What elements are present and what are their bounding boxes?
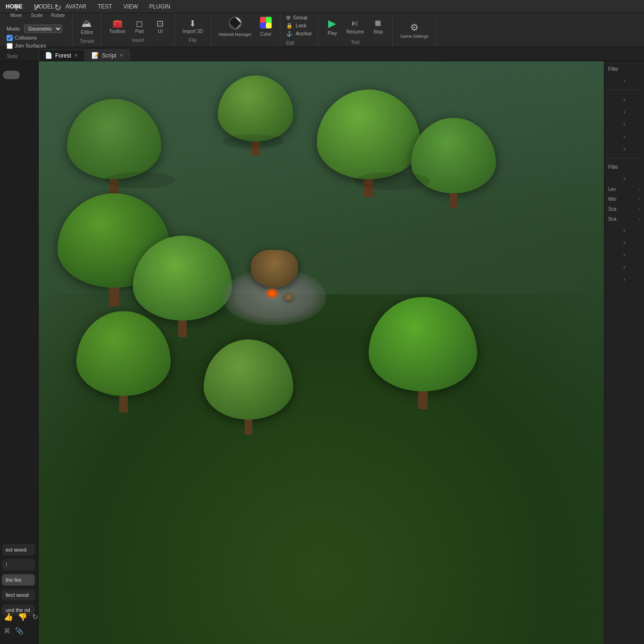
move-icon: ✛ [13,3,20,12]
right-expand-9[interactable]: › [606,238,642,247]
right-chevron-win: › [639,197,640,202]
right-row-lev[interactable]: Lev › [606,186,642,193]
test-group: ▶ Play ⏯ Resume ⏹ Stop Test [318,13,393,47]
right-expand-12[interactable]: › [606,274,642,284]
scale-label: Scale [31,13,42,18]
toolbar: ✛ Move ⤢ Scale ↻ Rotate Mode: Geometric … [0,13,644,47]
menu-view[interactable]: VIEW [122,2,140,11]
right-expand-6[interactable]: › [606,144,642,153]
collisions-row: Collisions [7,35,67,41]
anchor-button[interactable]: ⚓ Anchor [286,31,312,37]
thumbs-up-icon[interactable]: 👍 [4,612,13,621]
editor-button[interactable]: ⛰ Editor [77,17,96,37]
right-expand-2[interactable]: › [606,95,642,104]
tree-7 [76,311,171,413]
forest-tab-close[interactable]: ✕ [74,52,78,58]
terrain-editor-icon: ⛰ [82,18,92,29]
wood-pile [251,250,298,288]
material-color-items: Material Manager Color [216,14,275,39]
menu-plugin[interactable]: PLUGIN [147,2,172,11]
ui-button[interactable]: ⊡ UI [151,17,170,36]
right-expand-3[interactable]: › [606,107,642,116]
right-expand-5[interactable]: › [606,132,642,141]
divider-1 [606,90,642,90]
menu-test[interactable]: TEST [96,2,114,11]
material-label: Material Manager [219,32,252,37]
tree-shadow-1 [223,134,284,149]
rotate-label: Rotate [51,13,65,18]
file-group: ⬇ Import 3D File [175,13,211,47]
right-row-win[interactable]: Win › [606,196,642,203]
material-manager-button[interactable]: Material Manager [216,15,255,39]
tools-mode-group: ✛ Move ⤢ Scale ↻ Rotate Mode: Geometric … [2,13,73,47]
tab-script[interactable]: 📝 Script ✕ [85,50,130,61]
material-icon [229,17,242,31]
paperclip-icon[interactable]: 📎 [15,627,23,635]
tree-4 [411,118,496,208]
script-tab-close[interactable]: ✕ [119,52,124,58]
editor-label: Editor [81,30,93,35]
chat-bubble-2: ! [2,559,35,570]
right-row-sca1[interactable]: Sca › [606,206,642,213]
thumbs-down-icon[interactable]: 👎 [18,612,27,621]
color-icon [259,16,272,31]
right-chevron-sca1: › [639,206,640,212]
command-icon[interactable]: ⌘ [4,627,10,635]
reaction-icons-row: 👍 👎 ↻ [4,612,38,621]
color-button[interactable]: Color [256,14,275,39]
right-row-sca1-label: Sca [608,206,616,212]
import3d-button[interactable]: ⬇ Import 3D [180,17,206,36]
tab-forest[interactable]: 📄 Forest ✕ [39,50,84,61]
right-row-sca2[interactable]: Sca › [606,215,642,223]
play-label: Play [328,31,337,36]
file-group-label: File [189,38,197,43]
scale-icon: ⤢ [33,3,41,12]
fire-glow [265,288,279,299]
settings-button[interactable]: ⚙ Game Settings [397,20,431,41]
chat-bubble-fire: the fire [2,574,35,586]
insert-group-label: Insert [132,38,144,43]
join-surfaces-label: Join Surfaces [15,43,46,49]
character-object [284,293,293,301]
play-button[interactable]: ▶ Play [323,16,342,38]
script-tab-icon: 📝 [91,52,99,59]
resume-button[interactable]: ⏯ Resume [344,17,367,36]
ui-label: UI [158,29,163,34]
tab-bar: 📄 Forest ✕ 📝 Script ✕ [0,47,644,61]
move-button[interactable]: ✛ Move [7,1,25,20]
tools-items: ✛ Move ⤢ Scale ↻ Rotate [7,1,67,20]
group-icon: ⊞ [286,15,290,21]
color-label: Color [260,32,272,37]
stop-button[interactable]: ⏹ Stop [369,17,388,36]
svg-rect-3 [260,17,266,23]
edit-group-label: Edit [286,41,294,46]
toolbox-button[interactable]: 🧰 Toolbox [106,17,128,36]
right-expand-4[interactable]: › [606,119,642,129]
right-expand-10[interactable]: › [606,250,642,259]
right-expand-7[interactable]: › [606,173,642,183]
group-button[interactable]: ⊞ Group [286,15,308,21]
svg-rect-5 [260,23,266,28]
mode-dropdown[interactable]: Geometric [24,25,62,33]
tree-shadow-3 [355,172,430,190]
right-expand-1[interactable]: › [606,75,642,85]
settings-label: Game Settings [400,34,429,39]
forest-tab-icon: 📄 [45,52,52,59]
collisions-checkbox[interactable] [7,35,13,41]
collisions-label: Collisions [15,35,37,41]
lock-button[interactable]: 🔒 Lock [286,23,306,29]
move-label: Move [10,13,22,18]
part-button[interactable]: ◻ Part [130,17,149,36]
left-sidebar: ect wood ! the fire llect wood und the n… [0,61,39,644]
settings-icon: ⚙ [410,22,419,33]
refresh-icon[interactable]: ↻ [32,612,38,621]
left-bottom-icons: 👍 👎 ↻ ⌘ 📎 [0,612,38,635]
rotate-button[interactable]: ↻ Rotate [48,1,67,20]
mode-label: Mode: [7,26,21,32]
join-surfaces-checkbox[interactable] [7,43,13,49]
import3d-icon: ⬇ [189,19,196,28]
viewport[interactable] [39,61,604,644]
right-expand-8[interactable]: › [606,225,642,235]
right-expand-11[interactable]: › [606,262,642,272]
scale-button[interactable]: ⤢ Scale [27,1,46,20]
